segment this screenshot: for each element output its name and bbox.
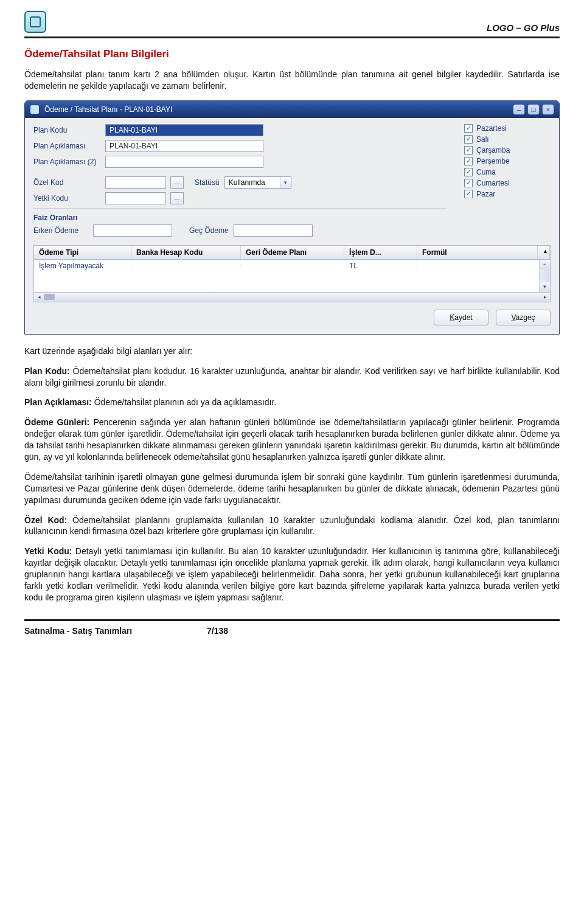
ozel-kod-input[interactable] <box>105 176 166 189</box>
field-plan-aciklamasi: Plan Açıklaması: Ödeme/tahsilat planının… <box>24 397 560 408</box>
erken-odeme-input[interactable] <box>93 224 172 237</box>
max-button[interactable]: □ <box>527 104 540 115</box>
cell-formul[interactable] <box>417 265 550 267</box>
after-window-line: Kart üzerinde aşağıdaki bilgi alanları y… <box>24 346 560 357</box>
close-button[interactable]: × <box>542 104 554 115</box>
yetki-kodu-label: Yetki Kodu <box>33 194 100 203</box>
day-label: Cumartesi <box>476 179 510 187</box>
intro-paragraph: Ödeme/tahsilat planı tanım kartı 2 ana b… <box>24 69 560 92</box>
days-panel: ✓Pazartesi ✓Salı ✓Çarşamba ✓Perşembe ✓Cu… <box>459 124 551 240</box>
field-ozel-kod: Özel Kod: Ödeme/tahsilat planlarını grup… <box>24 515 560 538</box>
erken-odeme-label: Erken Ödeme <box>33 226 88 235</box>
grid-row[interactable]: İşlem Yapılmayacak TL <box>34 260 550 272</box>
day-check-carsamba[interactable]: ✓ <box>464 146 473 155</box>
day-check-cumartesi[interactable]: ✓ <box>464 179 473 187</box>
field-plan-kodu: Plan Kodu: Ödeme/tahsilat planı kodudur.… <box>24 366 560 389</box>
gec-odeme-input[interactable] <box>234 224 313 237</box>
status-value: Kullanımda <box>229 178 265 187</box>
corner-logo <box>24 11 46 33</box>
min-button[interactable]: – <box>513 104 525 115</box>
day-label: Cuma <box>476 168 496 176</box>
plan-acik-label: Plan Açıklaması <box>33 142 100 150</box>
scroll-right-icon[interactable]: ▸ <box>540 293 550 302</box>
day-check-persembe[interactable]: ✓ <box>464 157 473 165</box>
day-check-pazar[interactable]: ✓ <box>464 190 473 198</box>
col-banka-hesap[interactable]: Banka Hesap Kodu <box>131 246 241 259</box>
ozel-kod-lookup-button[interactable]: … <box>170 176 184 189</box>
col-geri-odeme[interactable]: Geri Ödeme Planı <box>241 246 344 259</box>
plan-kodu-label: Plan Kodu <box>33 126 100 134</box>
cell-geri-odeme[interactable] <box>241 265 344 267</box>
day-label: Pazar <box>476 190 495 198</box>
cell-islem-d[interactable]: TL <box>344 260 417 271</box>
yetki-kodu-lookup-button[interactable]: … <box>170 192 184 204</box>
day-label: Çarşamba <box>476 146 510 155</box>
day-label: Salı <box>476 135 489 144</box>
plan-acik2-label: Plan Açıklaması (2) <box>33 158 100 166</box>
day-label: Pazartesi <box>476 124 507 133</box>
grid-body[interactable]: İşlem Yapılmayacak TL ≡ ▼ <box>33 260 551 293</box>
hscroll-thumb[interactable] <box>44 294 55 300</box>
plan-acik-input[interactable] <box>105 140 263 152</box>
col-formul[interactable]: Formül <box>417 246 538 259</box>
day-check-pazartesi[interactable]: ✓ <box>464 124 473 133</box>
cell-odeme-tipi[interactable]: İşlem Yapılmayacak <box>34 260 131 271</box>
day-label: Perşembe <box>476 157 510 165</box>
scroll-left-icon[interactable]: ◂ <box>34 293 44 302</box>
footer-section: Satınalma - Satış Tanımları <box>24 626 207 636</box>
grid-header: Ödeme Tipi Banka Hesap Kodu Geri Ödeme P… <box>33 245 551 260</box>
window-title: Ödeme / Tahsilat Planı - PLAN-01-BAYI <box>44 105 172 114</box>
ozel-kod-label: Özel Kod <box>33 178 100 187</box>
doc-title: Ödeme/Tahsilat Planı Bilgileri <box>24 48 560 60</box>
col-islem-d[interactable]: İşlem D... <box>344 246 417 259</box>
save-button[interactable]: Kaydet <box>434 310 488 325</box>
yetki-kodu-input[interactable] <box>105 192 166 204</box>
gec-odeme-label: Geç Ödeme <box>189 226 229 235</box>
status-dropdown[interactable]: Kullanımda ▾ <box>224 176 291 189</box>
vertical-scrollbar[interactable]: ≡ ▼ <box>539 260 550 292</box>
plan-kodu-input[interactable] <box>105 124 263 136</box>
scroll-thumb-icon[interactable]: ≡ <box>540 260 550 269</box>
cancel-button[interactable]: Vazgeç <box>496 310 551 325</box>
horizontal-scrollbar[interactable]: ◂ ▸ <box>33 293 551 302</box>
field-yetki-kodu: Yetki Kodu: Detaylı yetki tanımlaması iç… <box>24 546 560 603</box>
statusu-label: Statüsü <box>195 178 220 187</box>
brand-text: LOGO – GO Plus <box>487 23 560 33</box>
window-titlebar[interactable]: Ödeme / Tahsilat Planı - PLAN-01-BAYI – … <box>25 101 559 118</box>
col-odeme-tipi[interactable]: Ödeme Tipi <box>34 246 131 259</box>
window-icon <box>30 105 40 114</box>
day-check-sali[interactable]: ✓ <box>464 135 473 144</box>
chevron-down-icon: ▾ <box>280 177 291 188</box>
scroll-down-icon[interactable]: ▼ <box>540 282 550 292</box>
day-check-cuma[interactable]: ✓ <box>464 168 473 176</box>
faiz-section-header: Faiz Oranları <box>33 208 447 222</box>
footer-page-number: 7/138 <box>207 626 228 636</box>
plan-acik2-input[interactable] <box>105 156 263 168</box>
scroll-up-icon[interactable]: ▲ <box>538 246 550 259</box>
payment-plan-window: Ödeme / Tahsilat Planı - PLAN-01-BAYI – … <box>24 100 560 335</box>
cell-banka-hesap[interactable] <box>131 265 241 267</box>
field-odeme-gunleri: Ödeme Günleri: Pencerenin sağında yer al… <box>24 417 560 463</box>
field-odeme-gunleri-extra: Ödeme/tahsilat tarihinin işaretli olmaya… <box>24 471 560 506</box>
